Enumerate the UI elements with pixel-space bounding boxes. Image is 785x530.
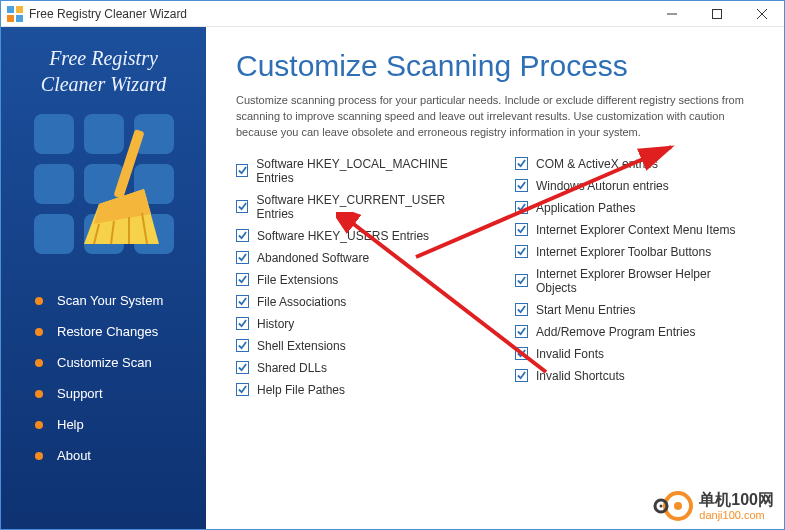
option-label: COM & ActiveX entries [536,157,658,171]
option-label: Add/Remove Program Entries [536,325,695,339]
option-label: File Extensions [257,273,338,287]
checkbox[interactable] [236,361,249,374]
option-label: Shell Extensions [257,339,346,353]
checkbox[interactable] [515,325,528,338]
sidebar-item-about[interactable]: About [1,440,206,471]
checkbox[interactable] [515,303,528,316]
option-row: Windows Autorun entries [515,179,754,193]
titlebar: Free Registry Cleaner Wizard [1,1,784,27]
sidebar-title-line2: Cleaner Wizard [41,73,166,95]
option-row: Internet Explorer Toolbar Buttons [515,245,754,259]
option-label: Software HKEY_LOCAL_MACHINE Entries [256,157,475,185]
checkbox[interactable] [236,383,249,396]
watermark-icon [653,489,693,523]
sidebar-title: Free Registry Cleaner Wizard [1,45,206,97]
checkbox[interactable] [236,200,248,213]
svg-rect-5 [712,9,721,18]
checkbox[interactable] [236,164,248,177]
svg-rect-8 [34,114,74,154]
checkbox[interactable] [236,339,249,352]
option-label: Internet Explorer Browser Helper Objects [536,267,754,295]
page-headline: Customize Scanning Process [236,49,754,83]
bullet-icon [35,421,43,429]
option-row: Abandoned Software [236,251,475,265]
option-label: Software HKEY_USERS Entries [257,229,429,243]
app-window: Free Registry Cleaner Wizard Free Regist… [0,0,785,530]
option-label: Start Menu Entries [536,303,635,317]
svg-rect-9 [84,114,124,154]
sidebar-item-label: Customize Scan [57,355,152,370]
bullet-icon [35,390,43,398]
option-row: Help File Pathes [236,383,475,397]
sidebar-title-line1: Free Registry [49,47,158,69]
sidebar-item-label: Support [57,386,103,401]
option-label: Internet Explorer Context Menu Items [536,223,735,237]
option-row: Start Menu Entries [515,303,754,317]
sidebar-item-customize[interactable]: Customize Scan [1,347,206,378]
svg-rect-2 [7,15,14,22]
watermark: 单机100网 danji100.com [653,489,774,523]
watermark-url: danji100.com [699,509,774,521]
svg-rect-3 [16,15,23,22]
option-label: Abandoned Software [257,251,369,265]
sidebar-item-label: Scan Your System [57,293,163,308]
option-label: Shared DLLs [257,361,327,375]
checkbox[interactable] [515,245,528,258]
option-row: COM & ActiveX entries [515,157,754,171]
checkbox[interactable] [236,229,249,242]
checkbox[interactable] [236,317,249,330]
option-label: Invalid Shortcuts [536,369,625,383]
options-column-right: COM & ActiveX entriesWindows Autorun ent… [515,157,754,405]
window-title: Free Registry Cleaner Wizard [29,7,649,21]
checkbox[interactable] [515,157,528,170]
bullet-icon [35,328,43,336]
sidebar-item-label: About [57,448,91,463]
option-row: Software HKEY_LOCAL_MACHINE Entries [236,157,475,185]
option-label: History [257,317,294,331]
close-button[interactable] [739,1,784,26]
checkbox[interactable] [236,251,249,264]
option-label: Invalid Fonts [536,347,604,361]
sidebar-item-restore[interactable]: Restore Changes [1,316,206,347]
option-row: File Associations [236,295,475,309]
checkbox[interactable] [515,201,528,214]
svg-rect-14 [34,214,74,254]
option-row: Software HKEY_USERS Entries [236,229,475,243]
checkbox[interactable] [236,295,249,308]
option-label: Internet Explorer Toolbar Buttons [536,245,711,259]
svg-rect-11 [34,164,74,204]
sidebar-item-help[interactable]: Help [1,409,206,440]
sidebar-item-scan[interactable]: Scan Your System [1,285,206,316]
option-row: Internet Explorer Browser Helper Objects [515,267,754,295]
sidebar: Free Registry Cleaner Wizard [1,27,206,529]
watermark-cn: 单机100网 [699,491,774,509]
sidebar-item-label: Restore Changes [57,324,158,339]
option-row: History [236,317,475,331]
checkbox[interactable] [515,347,528,360]
bullet-icon [35,359,43,367]
option-row: Invalid Fonts [515,347,754,361]
options-columns: Software HKEY_LOCAL_MACHINE EntriesSoftw… [236,157,754,405]
sidebar-item-support[interactable]: Support [1,378,206,409]
sidebar-nav: Scan Your System Restore Changes Customi… [1,285,206,471]
maximize-button[interactable] [694,1,739,26]
sidebar-illustration [1,109,206,259]
page-description: Customize scanning process for your part… [236,93,754,141]
checkbox[interactable] [236,273,249,286]
checkbox[interactable] [515,179,528,192]
minimize-button[interactable] [649,1,694,26]
app-icon [7,6,23,22]
checkbox[interactable] [515,223,528,236]
option-label: Help File Pathes [257,383,345,397]
content-area: Customize Scanning Process Customize sca… [206,27,784,529]
checkbox[interactable] [515,369,528,382]
option-label: Windows Autorun entries [536,179,669,193]
svg-point-27 [660,505,663,508]
options-column-left: Software HKEY_LOCAL_MACHINE EntriesSoftw… [236,157,475,405]
svg-rect-1 [16,6,23,13]
option-label: File Associations [257,295,346,309]
bullet-icon [35,297,43,305]
option-label: Software HKEY_CURRENT_USER Entries [256,193,475,221]
checkbox[interactable] [515,274,528,287]
window-controls [649,1,784,26]
